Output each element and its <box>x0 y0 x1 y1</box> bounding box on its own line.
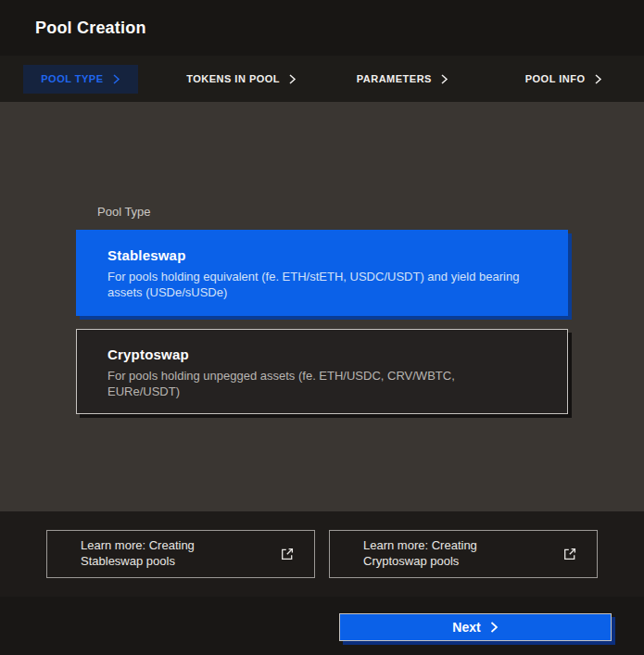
tab-pool-type-label: POOL TYPE <box>41 74 103 84</box>
option-stableswap-description: For pools holding equivalent (fe. ETH/st… <box>107 270 529 300</box>
option-cryptoswap[interactable]: Cryptoswap For pools holding unpegged as… <box>76 329 568 414</box>
learn-more-cryptoswap-link[interactable]: Learn more: Creating Cryptoswap pools <box>329 530 598 578</box>
next-button[interactable]: Next <box>339 613 612 641</box>
learn-more-section: Learn more: Creating Stableswap pools Le… <box>0 511 644 597</box>
chevron-right-icon <box>112 74 120 84</box>
tab-pool-type[interactable]: POOL TYPE <box>23 65 137 94</box>
external-link-icon <box>280 547 295 561</box>
learn-more-stableswap-link[interactable]: Learn more: Creating Stableswap pools <box>46 530 315 578</box>
tab-tokens-in-pool-label: TOKENS IN POOL <box>186 74 280 84</box>
learn-more-cryptoswap-label: Learn more: Creating Cryptoswap pools <box>363 538 511 570</box>
chevron-right-icon <box>440 74 448 84</box>
tab-parameters-label: PARAMETERS <box>357 74 432 84</box>
external-link-icon <box>562 547 577 561</box>
pool-type-label: Pool Type <box>97 205 644 219</box>
main-panel: Pool Type Stableswap For pools holding e… <box>0 102 644 511</box>
tab-pool-info-label: POOL INFO <box>525 74 586 84</box>
option-cryptoswap-title: Cryptoswap <box>107 346 537 362</box>
tab-tokens-in-pool[interactable]: TOKENS IN POOL <box>169 65 314 94</box>
learn-more-stableswap-label: Learn more: Creating Stableswap pools <box>81 538 229 570</box>
tab-parameters[interactable]: PARAMETERS <box>339 65 466 94</box>
option-stableswap[interactable]: Stableswap For pools holding equivalent … <box>76 230 568 316</box>
header: Pool Creation <box>0 0 644 56</box>
option-stableswap-title: Stableswap <box>107 247 537 263</box>
footer: Next <box>0 597 644 655</box>
page-title: Pool Creation <box>35 19 146 38</box>
pool-creation-window: Pool Creation POOL TYPE TOKENS IN POOL P… <box>0 0 644 655</box>
chevron-right-icon <box>288 74 297 84</box>
chevron-right-icon <box>594 74 602 84</box>
chevron-right-icon <box>489 622 499 633</box>
stepper-tabs: POOL TYPE TOKENS IN POOL PARAMETERS POOL… <box>0 56 644 102</box>
tab-pool-info[interactable]: POOL INFO <box>508 65 620 94</box>
option-cryptoswap-description: For pools holding unpegged assets (fe. E… <box>107 369 529 399</box>
next-button-label: Next <box>452 620 480 635</box>
